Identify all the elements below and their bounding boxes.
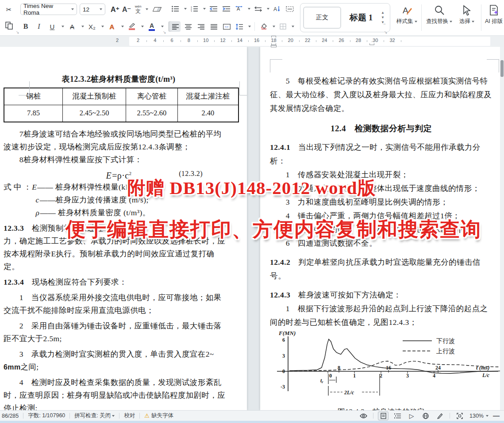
text-line: 按本规程附录E执行。预制桩承载力的时间效应宜通过复打确 xyxy=(4,248,234,260)
fullscreen-icon[interactable] xyxy=(454,412,465,420)
select-button[interactable]: 选择 xyxy=(459,4,474,25)
text-line: 交流干扰不能排除时应采用直流电源供电； xyxy=(4,304,234,317)
slideshow-view-button[interactable]: ▷ xyxy=(406,412,417,420)
style-heading1[interactable]: 标题 1 xyxy=(344,7,378,29)
word-count[interactable]: 字数: 1/107960 xyxy=(28,412,65,419)
align-right-button[interactable] xyxy=(196,21,206,32)
chevron-down-icon xyxy=(292,26,294,27)
annotation-2lc: 2L/c xyxy=(344,389,354,396)
text-line: 征、最大动位移、贯入度以及桩身最大拉、压应力和缺陷程度及 xyxy=(270,88,492,102)
print-layout-view-button[interactable] xyxy=(378,412,389,420)
scrollbar-thumb[interactable] xyxy=(500,60,504,77)
distribute-button[interactable]: <> xyxy=(221,21,232,32)
svg-text:A: A xyxy=(273,6,277,12)
window-bottom-strip xyxy=(0,421,504,423)
shrink-font-icon[interactable]: A⁻ xyxy=(121,4,132,15)
legend-upwave: 上行波 xyxy=(436,348,455,354)
clear-format-icon[interactable] xyxy=(152,4,162,15)
spell-check-toggle[interactable]: 拼写检查: 关闭 xyxy=(74,412,111,419)
wave-chart: 630-38162401234 F(MN) t (ms) L/c 下行波 上行波… xyxy=(270,330,500,404)
paragraph-group: 123 A A <> xyxy=(170,4,295,32)
chevron-down-icon xyxy=(184,8,187,10)
missing-fonts-button[interactable]: 缺失字体 xyxy=(151,412,173,419)
clipboard-group: ✂ xyxy=(4,4,14,31)
ai-layout-label: AI 排版 xyxy=(485,18,503,25)
shading-bucket-icon[interactable] xyxy=(258,21,269,32)
align-left-button[interactable] xyxy=(170,21,181,32)
text-line: 4 检测时应及时检查采集数据的质量，发现测试波形紊乱 xyxy=(4,376,234,389)
horizontal-ruler[interactable]: 2 2468101214161820222426283032 xyxy=(0,36,504,47)
chevron-down-icon xyxy=(450,21,452,23)
text-line: 12.4.1 当出现下列情况之一时，实测信号不能用作承载力分 xyxy=(270,141,492,154)
chart-tick-label: 16 xyxy=(386,365,391,371)
style-set-button[interactable]: A 样式集 xyxy=(396,4,417,25)
text-line: 1 根据下行波波形起升沿的起点到上行波下降沿的起点之 xyxy=(270,302,492,316)
italic-button[interactable]: I xyxy=(34,21,44,32)
numbered-list-icon[interactable]: 123 xyxy=(189,4,200,14)
table-header-cell: 混凝土预制桩 xyxy=(63,88,126,105)
wave-series-solid xyxy=(289,339,500,373)
vertical-scrollbar[interactable] xyxy=(500,47,504,410)
text-line: 8桩身材料弹性模量应按下式计算： xyxy=(4,153,234,166)
cut-icon[interactable]: ✂ xyxy=(4,4,14,15)
text-effect-button[interactable]: A xyxy=(107,21,117,32)
highlight-button[interactable] xyxy=(127,21,137,32)
underline-button[interactable]: U xyxy=(47,21,58,32)
strikethrough-button[interactable]: A xyxy=(67,21,77,32)
gallery-more-icon[interactable]: ▼̲ xyxy=(381,21,385,24)
paste-icon[interactable] xyxy=(4,20,14,31)
eye-protection-icon[interactable] xyxy=(358,412,369,420)
left-indent-marker[interactable] xyxy=(271,45,277,47)
right-page-text: 5 每根受检桩记录的有效实测信号应根据桩顶实测信号特征、最大动位移、贯入度以及桩… xyxy=(270,74,492,329)
borders-icon[interactable] xyxy=(277,21,288,32)
increase-indent-icon[interactable] xyxy=(221,4,231,14)
bullet-list-icon[interactable] xyxy=(170,4,181,14)
text-line: 3 承载力检测时宜实测桩的贯入度，单击贯入度宜在2~ xyxy=(4,348,234,361)
table-header-cell: 钢桩 xyxy=(4,88,63,105)
clipboard-expander[interactable]: ↘ xyxy=(16,30,19,34)
styles-expander[interactable]: ↘ xyxy=(384,30,388,34)
font-color-button[interactable]: A xyxy=(146,21,157,32)
text-line: 12.4 检测数据分析与判定 xyxy=(270,122,492,135)
chart-tick-label: 4 xyxy=(433,373,435,379)
style-normal[interactable]: 正文 xyxy=(303,7,341,29)
subscript-button[interactable]: X₂ xyxy=(87,21,97,32)
char-scale-icon[interactable]: A xyxy=(234,4,244,14)
text-line: 时，应查明原因；桩身有明显缺陷或冲击使缺陷程度加剧时，应 xyxy=(4,389,234,402)
table-header-row: 钢桩混凝土预制桩离心管桩混凝土灌注桩 xyxy=(4,88,239,105)
page-indicator[interactable]: 86/285 xyxy=(2,413,19,419)
table-header-cell: 混凝土灌注桩 xyxy=(177,88,239,105)
zoom-out-button[interactable]: — xyxy=(493,412,500,419)
chevron-down-icon xyxy=(486,415,489,417)
ruler-number: 24 xyxy=(322,38,327,43)
font-color-letter: A xyxy=(150,23,154,29)
ruler-number: 32 xyxy=(389,38,395,43)
zoom-value[interactable]: 130% xyxy=(469,413,484,419)
ai-layout-button[interactable]: AI 排版 xyxy=(485,4,503,25)
sort-icon[interactable]: A xyxy=(272,4,282,14)
chart-tick-label: 24 xyxy=(435,365,441,371)
decrease-indent-icon[interactable] xyxy=(208,4,219,14)
show-marks-icon[interactable] xyxy=(285,4,295,14)
web-layout-view-button[interactable] xyxy=(420,412,431,420)
find-replace-button[interactable]: 查找替换 xyxy=(426,4,452,25)
font-size-select[interactable]: 12 xyxy=(80,4,105,15)
font-group-expander[interactable]: ↘ xyxy=(163,30,166,34)
table-value-row: 7.852.45~2.502.55~2.602.40 xyxy=(4,105,239,122)
align-center-button[interactable] xyxy=(183,21,193,32)
proofread-button[interactable]: 校对 xyxy=(124,412,135,419)
font-size-value: 12 xyxy=(83,6,89,13)
justify-button[interactable] xyxy=(208,21,219,32)
text-direction-icon[interactable] xyxy=(253,4,263,14)
left-page-text: 7桩身波速可结合本地经验或按同场地同类型已检桩的平均波速初步设定，现场检测完成后… xyxy=(4,128,234,410)
grow-font-icon[interactable]: A⁺ xyxy=(110,4,120,15)
gallery-up-icon[interactable]: ▲ xyxy=(381,11,385,15)
font-name-select[interactable]: Times New Roma xyxy=(20,4,77,15)
ink-pen-icon[interactable] xyxy=(435,412,445,420)
chevron-down-icon xyxy=(273,26,275,27)
line-spacing-icon[interactable] xyxy=(234,21,245,32)
outline-view-button[interactable] xyxy=(392,412,403,420)
gallery-down-icon[interactable]: ▼ xyxy=(381,16,385,19)
phonetic-guide-icon[interactable]: wén文 xyxy=(133,4,143,15)
bold-button[interactable]: B xyxy=(20,21,31,32)
